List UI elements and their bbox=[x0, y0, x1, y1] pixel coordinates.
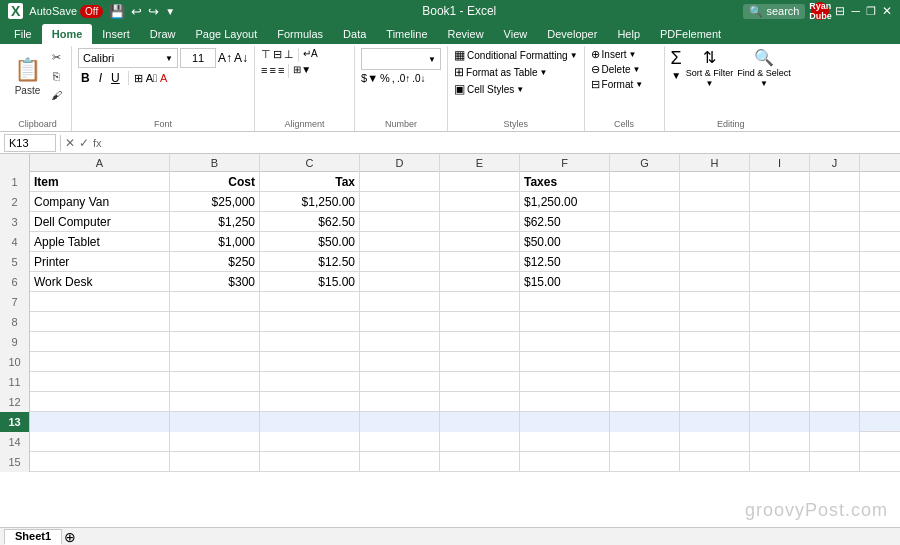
wrap-text-button[interactable]: ↵A bbox=[303, 48, 318, 62]
percent-button[interactable]: % bbox=[380, 72, 390, 84]
cell-3-G[interactable] bbox=[610, 212, 680, 232]
cell-13-C[interactable] bbox=[260, 412, 360, 432]
cell-13-A[interactable] bbox=[30, 412, 170, 432]
cell-15-F[interactable] bbox=[520, 452, 610, 472]
ribbon-tab-data[interactable]: Data bbox=[333, 24, 376, 44]
cell-8-F[interactable] bbox=[520, 312, 610, 332]
copy-button[interactable]: ⎘ bbox=[47, 67, 65, 85]
increase-decimal-button[interactable]: .0↑ bbox=[397, 73, 410, 84]
cell-12-B[interactable] bbox=[170, 392, 260, 412]
cell-14-G[interactable] bbox=[610, 432, 680, 452]
cell-9-J[interactable] bbox=[810, 332, 860, 352]
cell-8-H[interactable] bbox=[680, 312, 750, 332]
delete-dropdown[interactable]: ▼ bbox=[632, 65, 640, 74]
cell-7-D[interactable] bbox=[360, 292, 440, 312]
cell-14-H[interactable] bbox=[680, 432, 750, 452]
cell-15-D[interactable] bbox=[360, 452, 440, 472]
cell-15-B[interactable] bbox=[170, 452, 260, 472]
cell-6-H[interactable] bbox=[680, 272, 750, 292]
cell-3-D[interactable] bbox=[360, 212, 440, 232]
cut-button[interactable]: ✂ bbox=[47, 48, 65, 66]
italic-button[interactable]: I bbox=[96, 70, 105, 86]
ribbon-tab-formulas[interactable]: Formulas bbox=[267, 24, 333, 44]
cell-4-C[interactable]: $50.00 bbox=[260, 232, 360, 252]
restore-button[interactable]: ❐ bbox=[866, 5, 876, 18]
cell-8-E[interactable] bbox=[440, 312, 520, 332]
cell-15-J[interactable] bbox=[810, 452, 860, 472]
font-size-input[interactable]: 11 bbox=[180, 48, 216, 68]
cell-12-C[interactable] bbox=[260, 392, 360, 412]
cancel-formula-icon[interactable]: ✕ bbox=[65, 136, 75, 150]
cell-15-I[interactable] bbox=[750, 452, 810, 472]
sort-filter-dropdown[interactable]: ▼ bbox=[706, 79, 714, 88]
cell-1-E[interactable] bbox=[440, 172, 520, 192]
cell-7-F[interactable] bbox=[520, 292, 610, 312]
cell-9-G[interactable] bbox=[610, 332, 680, 352]
cell-7-H[interactable] bbox=[680, 292, 750, 312]
cell-9-D[interactable] bbox=[360, 332, 440, 352]
font-color-button[interactable]: A bbox=[160, 72, 167, 84]
cell-10-C[interactable] bbox=[260, 352, 360, 372]
table-row[interactable]: 12 bbox=[0, 392, 900, 412]
format-painter-button[interactable]: 🖌 bbox=[47, 86, 65, 104]
cell-4-B[interactable]: $1,000 bbox=[170, 232, 260, 252]
cell-8-C[interactable] bbox=[260, 312, 360, 332]
insert-function-icon[interactable]: fx bbox=[93, 137, 102, 149]
ribbon-tab-timeline[interactable]: Timeline bbox=[376, 24, 437, 44]
ribbon-tab-file[interactable]: File bbox=[4, 24, 42, 44]
cell-9-I[interactable] bbox=[750, 332, 810, 352]
cell-9-C[interactable] bbox=[260, 332, 360, 352]
cell-4-D[interactable] bbox=[360, 232, 440, 252]
table-row[interactable]: 3Dell Computer$1,250$62.50$62.50 bbox=[0, 212, 900, 232]
cell-13-J[interactable] bbox=[810, 412, 860, 432]
decrease-font-icon[interactable]: A↓ bbox=[234, 51, 248, 65]
cell-12-J[interactable] bbox=[810, 392, 860, 412]
ribbon-tab-draw[interactable]: Draw bbox=[140, 24, 186, 44]
cell-15-C[interactable] bbox=[260, 452, 360, 472]
cell-1-C[interactable]: Tax bbox=[260, 172, 360, 192]
cell-2-G[interactable] bbox=[610, 192, 680, 212]
col-header-G[interactable]: G bbox=[610, 154, 680, 172]
cell-10-H[interactable] bbox=[680, 352, 750, 372]
cell-15-G[interactable] bbox=[610, 452, 680, 472]
cell-15-H[interactable] bbox=[680, 452, 750, 472]
cell-10-E[interactable] bbox=[440, 352, 520, 372]
autosave-toggle[interactable]: Off bbox=[80, 5, 103, 18]
cell-7-A[interactable] bbox=[30, 292, 170, 312]
cell-3-F[interactable]: $62.50 bbox=[520, 212, 610, 232]
cell-7-B[interactable] bbox=[170, 292, 260, 312]
cell-10-A[interactable] bbox=[30, 352, 170, 372]
table-row[interactable]: 2Company Van$25,000$1,250.00$1,250.00 bbox=[0, 192, 900, 212]
table-row[interactable]: 4Apple Tablet$1,000$50.00$50.00 bbox=[0, 232, 900, 252]
ribbon-tab-pdfelement[interactable]: PDFelement bbox=[650, 24, 731, 44]
delete-button[interactable]: Delete bbox=[602, 64, 631, 75]
sum-button[interactable]: ▼ bbox=[671, 70, 681, 81]
avatar[interactable]: Ryan Dube bbox=[811, 2, 829, 20]
cell-12-F[interactable] bbox=[520, 392, 610, 412]
cond-format-dropdown[interactable]: ▼ bbox=[570, 51, 578, 60]
insert-dropdown[interactable]: ▼ bbox=[629, 50, 637, 59]
close-button[interactable]: ✕ bbox=[882, 4, 892, 18]
cell-14-J[interactable] bbox=[810, 432, 860, 452]
col-header-I[interactable]: I bbox=[750, 154, 810, 172]
cell-3-I[interactable] bbox=[750, 212, 810, 232]
cell-1-D[interactable] bbox=[360, 172, 440, 192]
table-row[interactable]: 7 bbox=[0, 292, 900, 312]
cell-2-I[interactable] bbox=[750, 192, 810, 212]
cell-6-D[interactable] bbox=[360, 272, 440, 292]
cell-1-F[interactable]: Taxes bbox=[520, 172, 610, 192]
save-icon[interactable]: 💾 bbox=[109, 4, 125, 19]
col-header-D[interactable]: D bbox=[360, 154, 440, 172]
cell-3-B[interactable]: $1,250 bbox=[170, 212, 260, 232]
cell-4-E[interactable] bbox=[440, 232, 520, 252]
border-button[interactable]: ⊞ bbox=[134, 72, 143, 85]
customize-qat-icon[interactable]: ▼ bbox=[165, 6, 175, 17]
cell-7-I[interactable] bbox=[750, 292, 810, 312]
cell-2-C[interactable]: $1,250.00 bbox=[260, 192, 360, 212]
cell-reference-box[interactable]: K13 bbox=[4, 134, 56, 152]
cell-6-E[interactable] bbox=[440, 272, 520, 292]
cell-1-G[interactable] bbox=[610, 172, 680, 192]
cell-5-G[interactable] bbox=[610, 252, 680, 272]
table-row[interactable]: 14 bbox=[0, 432, 900, 452]
conditional-format-button[interactable]: Conditional Formatting bbox=[467, 50, 568, 61]
